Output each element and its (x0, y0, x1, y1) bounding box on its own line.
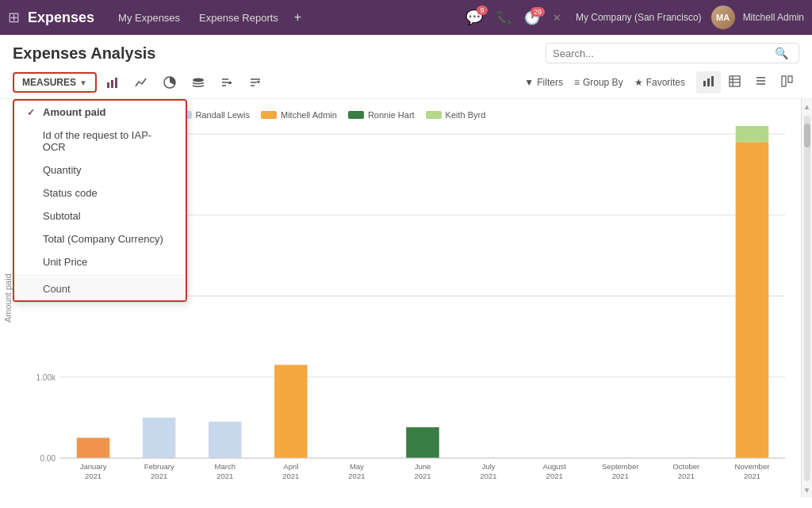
measure-label: Total (Company Currency) (43, 233, 163, 245)
dropdown-divider (14, 275, 186, 276)
pie-chart-button[interactable] (157, 72, 182, 93)
nav-add-button[interactable]: + (289, 10, 306, 25)
nav-expense-reports[interactable]: Expense Reports (191, 12, 286, 24)
svg-rect-0 (107, 82, 109, 88)
svg-rect-36 (143, 418, 176, 458)
app-title: Expenses (28, 10, 94, 26)
measure-label: Id of the request to IAP-OCR (43, 129, 173, 153)
bar-chart-button[interactable] (100, 72, 125, 93)
nav-my-expenses[interactable]: My Expenses (110, 12, 188, 24)
legend-ronnie: Ronnie Hart (348, 110, 415, 120)
filters-button[interactable]: ▼ Filters (524, 77, 563, 88)
sort-asc-button[interactable] (214, 72, 239, 93)
svg-text:2021: 2021 (282, 472, 299, 480)
svg-text:June: June (415, 462, 431, 471)
measure-status-code[interactable]: Status code (14, 181, 186, 204)
clock-badge: 29 (530, 7, 545, 17)
legend-label-keith: Keith Byrd (446, 110, 486, 120)
svg-rect-33 (77, 437, 110, 458)
svg-rect-22 (788, 76, 792, 82)
svg-text:April: April (283, 462, 298, 471)
page-title: Expenses Analysis (13, 44, 538, 63)
view-table-button[interactable] (722, 71, 747, 94)
svg-rect-14 (730, 76, 740, 86)
legend-keith: Keith Byrd (426, 110, 486, 120)
check-icon: ✓ (27, 107, 38, 118)
legend-label-mitchell: Mitchell Admin (281, 110, 337, 120)
svg-text:2021: 2021 (612, 472, 629, 480)
scroll-down-button[interactable]: ▼ (802, 484, 812, 496)
measures-dropdown: ✓ Amount paid Id of the request to IAP-O… (13, 99, 187, 302)
svg-rect-12 (707, 78, 710, 86)
search-icon[interactable]: 🔍 (775, 47, 788, 59)
line-chart-button[interactable] (128, 72, 154, 93)
right-scrollbar[interactable]: ▲ ▼ (801, 99, 812, 498)
svg-text:0.00: 0.00 (40, 454, 56, 463)
sort-desc-button[interactable] (243, 72, 268, 93)
svg-rect-1 (111, 80, 113, 88)
svg-text:January: January (80, 462, 107, 471)
svg-rect-2 (115, 78, 117, 88)
measure-quantity[interactable]: Quantity (14, 159, 186, 181)
measure-label: Quantity (43, 164, 81, 176)
svg-point-4 (193, 78, 204, 82)
measure-count[interactable]: Count (14, 277, 186, 300)
view-kanban-button[interactable] (775, 71, 799, 94)
filter-icon: ▼ (524, 77, 534, 88)
group-by-button[interactable]: ≡ Group By (574, 77, 623, 88)
favorites-button[interactable]: ★ Favorites (634, 77, 685, 88)
svg-rect-11 (703, 81, 706, 86)
nav-separator-1: ✕ (553, 12, 561, 24)
scroll-up-button[interactable]: ▲ (802, 101, 812, 113)
svg-text:September: September (602, 462, 638, 471)
filter-group: ▼ Filters ≡ Group By ★ Favorites (524, 77, 685, 88)
legend-color-mitchell (261, 111, 277, 119)
favorites-label: Favorites (646, 77, 685, 88)
svg-text:1.00k: 1.00k (36, 373, 56, 382)
svg-text:2021: 2021 (744, 472, 760, 480)
svg-text:August: August (542, 462, 566, 471)
company-name[interactable]: My Company (San Francisco) (576, 12, 702, 23)
measure-total-company[interactable]: Total (Company Currency) (14, 227, 186, 250)
svg-text:October: October (672, 462, 699, 471)
measures-button[interactable]: MEASURES ▼ (13, 72, 97, 93)
measure-subtotal[interactable]: Subtotal (14, 204, 186, 227)
view-bar-button[interactable] (696, 71, 721, 94)
svg-text:November: November (735, 462, 770, 471)
legend-color-keith (426, 111, 442, 119)
view-list-button[interactable] (749, 71, 773, 94)
svg-text:2021: 2021 (151, 472, 167, 480)
group-by-label: Group By (583, 77, 623, 88)
legend-label-randall: Randall Lewis (196, 110, 250, 120)
svg-text:2021: 2021 (414, 472, 431, 480)
top-navigation: ⊞ Expenses My Expenses Expense Reports +… (0, 0, 812, 35)
svg-rect-21 (782, 76, 786, 86)
clock-icon-button[interactable]: 🕐 29 (524, 10, 540, 25)
scroll-thumb[interactable] (804, 124, 810, 147)
legend-color-ronnie (348, 111, 364, 119)
measures-arrow-icon: ▼ (79, 78, 87, 87)
stack-chart-button[interactable] (186, 72, 211, 93)
measure-label: Unit Price (43, 256, 87, 268)
search-bar[interactable]: 🔍 (546, 43, 799, 63)
scroll-track[interactable] (804, 116, 810, 481)
chat-badge: 9 (477, 6, 488, 15)
search-input[interactable] (553, 48, 775, 59)
user-avatar[interactable]: MA (711, 6, 735, 29)
grid-icon[interactable]: ⊞ (8, 9, 20, 26)
svg-text:2021: 2021 (678, 472, 695, 480)
svg-text:March: March (215, 462, 236, 471)
measure-label: Amount paid (43, 106, 105, 118)
measure-label: Count (43, 283, 71, 295)
user-name: Mitchell Admin (743, 12, 804, 23)
measure-amount-paid[interactable]: ✓ Amount paid (14, 101, 186, 124)
phone-icon-button[interactable]: 📞 (496, 10, 511, 25)
view-switcher (696, 71, 799, 94)
svg-rect-39 (209, 422, 242, 458)
measure-iap-ocr[interactable]: Id of the request to IAP-OCR (14, 124, 186, 159)
chat-icon-button[interactable]: 💬 9 (465, 9, 483, 26)
measure-unit-price[interactable]: Unit Price (14, 250, 186, 273)
group-icon: ≡ (574, 77, 580, 88)
measure-label: Subtotal (43, 210, 81, 222)
svg-rect-47 (406, 427, 439, 458)
